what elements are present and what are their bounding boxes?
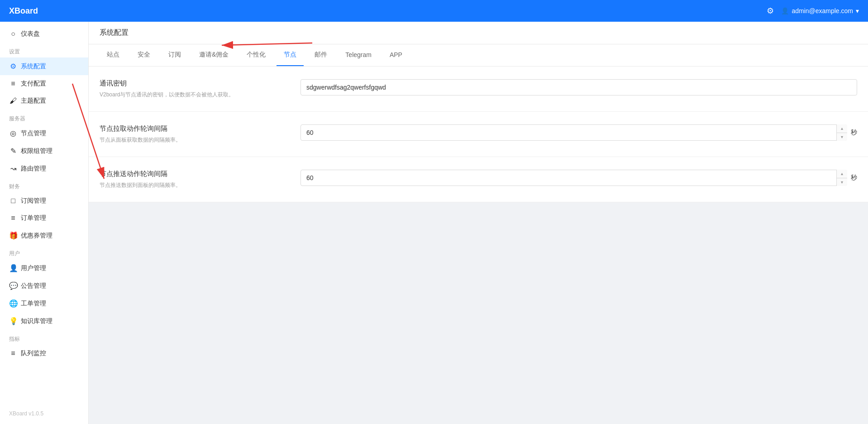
sidebar-section-settings: 设置 — [0, 43, 88, 57]
tab-personalization[interactable]: 个性化 — [239, 44, 273, 66]
sidebar-item-coupon-manage[interactable]: 🎁 优惠券管理 — [0, 227, 88, 244]
payment-config-icon: ≡ — [9, 80, 17, 88]
section-left-node-push-interval: 节点推送动作轮询间隔 节点推送数据到面板的间隔频率。 — [100, 170, 290, 189]
settings-icon[interactable]: ⚙ — [767, 6, 774, 16]
sidebar-label-dashboard: 仪表盘 — [21, 30, 40, 38]
sidebar-label-user-manage: 用户管理 — [21, 264, 46, 272]
section-left-communication-key: 通讯密钥 V2board与节点通讯的密钥，以便数据不会被他人获取。 — [100, 79, 290, 99]
node-push-interval-increment[interactable]: ▴ — [837, 170, 847, 178]
node-pull-interval-wrapper: ▴ ▾ — [300, 124, 847, 141]
node-pull-interval-increment[interactable]: ▴ — [837, 124, 847, 133]
knowledge-manage-icon: 💡 — [9, 317, 17, 325]
sidebar-item-node-manage[interactable]: ◎ 节点管理 — [0, 124, 88, 142]
tab-bar: 站点 安全 订阅 邀请&佣金 个性化 节点 邮件 Telegram APP — [89, 44, 868, 67]
sidebar-item-order-manage[interactable]: ≡ 订单管理 — [0, 210, 88, 227]
coupon-manage-icon: 🎁 — [9, 231, 17, 240]
sidebar-label-theme-config: 主题配置 — [21, 97, 46, 105]
sidebar-item-route-manage[interactable]: ↝ 路由管理 — [0, 160, 88, 177]
section-left-node-pull-interval: 节点拉取动作轮询间隔 节点从面板获取数据的间隔频率。 — [100, 124, 290, 144]
sidebar-label-subscription-manage: 订阅管理 — [21, 197, 46, 205]
tab-security[interactable]: 安全 — [130, 44, 157, 66]
sidebar-label-coupon-manage: 优惠券管理 — [21, 232, 52, 240]
sidebar-label-ticket-manage: 工单管理 — [21, 300, 46, 308]
tab-mail[interactable]: 邮件 — [307, 44, 334, 66]
section-right-node-pull-interval: ▴ ▾ 秒 — [300, 124, 857, 141]
sidebar-item-permission-group[interactable]: ✎ 权限组管理 — [0, 142, 88, 160]
chevron-down-icon: ▾ — [856, 7, 859, 14]
order-manage-icon: ≡ — [9, 214, 17, 222]
sidebar-label-permission-group: 权限组管理 — [21, 147, 52, 155]
route-manage-icon: ↝ — [9, 164, 17, 173]
node-pull-interval-spinner: ▴ ▾ — [836, 124, 847, 141]
tab-site[interactable]: 站点 — [100, 44, 127, 66]
form-section-node-pull-interval: 节点拉取动作轮询间隔 节点从面板获取数据的间隔频率。 ▴ ▾ 秒 — [89, 112, 868, 157]
system-config-icon: ⚙ — [9, 62, 17, 71]
content-inner: 站点 安全 订阅 邀请&佣金 个性化 节点 邮件 Telegram APP 通讯… — [89, 44, 868, 202]
sidebar-item-knowledge-manage[interactable]: 💡 知识库管理 — [0, 312, 88, 330]
user-manage-icon: 👤 — [9, 264, 17, 272]
sidebar-item-payment-config[interactable]: ≡ 支付配置 — [0, 75, 88, 92]
user-menu[interactable]: 👤 admin@example.com ▾ — [781, 7, 859, 14]
sidebar-section-finance: 财务 — [0, 177, 88, 192]
theme-config-icon: 🖌 — [9, 97, 17, 105]
sidebar-item-theme-config[interactable]: 🖌 主题配置 — [0, 92, 88, 110]
node-pull-interval-unit: 秒 — [851, 129, 857, 137]
sidebar-item-dashboard[interactable]: ○ 仪表盘 — [0, 25, 88, 43]
header-right: ⚙ 👤 admin@example.com ▾ — [767, 6, 859, 16]
sidebar-section-metrics: 指标 — [0, 330, 88, 345]
node-push-interval-decrement[interactable]: ▾ — [837, 178, 847, 186]
sidebar-label-knowledge-manage: 知识库管理 — [21, 317, 52, 325]
dashboard-icon: ○ — [9, 30, 17, 38]
sidebar-section-server: 服务器 — [0, 110, 88, 124]
sidebar-item-queue-monitor[interactable]: ≡ 队列监控 — [0, 345, 88, 362]
sidebar-label-node-manage: 节点管理 — [21, 129, 46, 138]
permission-group-icon: ✎ — [9, 147, 17, 155]
sidebar-label-payment-config: 支付配置 — [21, 80, 46, 88]
sidebar-section-user: 用户 — [0, 244, 88, 259]
section-right-node-push-interval: ▴ ▾ 秒 — [300, 170, 857, 186]
sidebar-label-queue-monitor: 队列监控 — [21, 349, 46, 357]
tab-node[interactable]: 节点 — [277, 44, 304, 66]
sidebar-item-user-manage[interactable]: 👤 用户管理 — [0, 259, 88, 277]
tab-telegram[interactable]: Telegram — [338, 45, 379, 66]
user-email: admin@example.com — [792, 7, 853, 14]
announcement-manage-icon: 💬 — [9, 281, 17, 290]
queue-monitor-icon: ≡ — [9, 349, 17, 357]
sidebar-label-announcement-manage: 公告管理 — [21, 282, 46, 290]
section-desc-communication-key: V2board与节点通讯的密钥，以便数据不会被他人获取。 — [100, 91, 290, 99]
sidebar: ○ 仪表盘 设置 ⚙ 系统配置 ≡ 支付配置 🖌 主题配置 服务器 ◎ 节点管理… — [0, 22, 89, 424]
node-push-interval-input[interactable] — [300, 170, 847, 186]
tab-invite-commission[interactable]: 邀请&佣金 — [192, 44, 236, 66]
app-version: XBoard v1.0.5 — [0, 407, 52, 420]
sidebar-item-system-config[interactable]: ⚙ 系统配置 — [0, 57, 88, 75]
sidebar-item-subscription-manage[interactable]: □ 订阅管理 — [0, 192, 88, 210]
sidebar-label-route-manage: 路由管理 — [21, 165, 46, 173]
app-logo: XBoard — [9, 6, 38, 16]
content-area: 站点 安全 订阅 邀请&佣金 个性化 节点 邮件 Telegram APP 通讯… — [89, 44, 868, 424]
desc-part1: V2board与节点通讯的密钥，以便数据不会被他人获取。 — [100, 91, 234, 98]
node-manage-icon: ◎ — [9, 129, 17, 138]
tab-app[interactable]: APP — [382, 45, 410, 66]
node-push-interval-spinner: ▴ ▾ — [836, 170, 847, 186]
form-section-communication-key: 通讯密钥 V2board与节点通讯的密钥，以便数据不会被他人获取。 — [89, 67, 868, 112]
form-section-node-push-interval: 节点推送动作轮询间隔 节点推送数据到面板的间隔频率。 ▴ ▾ 秒 — [89, 157, 868, 202]
section-title-node-push-interval: 节点推送动作轮询间隔 — [100, 170, 290, 178]
sidebar-item-ticket-manage[interactable]: 🌐 工单管理 — [0, 295, 88, 312]
node-pull-interval-decrement[interactable]: ▾ — [837, 133, 847, 141]
sidebar-item-announcement-manage[interactable]: 💬 公告管理 — [0, 277, 88, 295]
section-right-communication-key — [300, 79, 857, 95]
communication-key-input[interactable] — [300, 79, 857, 95]
section-desc-node-pull-interval: 节点从面板获取数据的间隔频率。 — [100, 136, 290, 144]
tab-subscription[interactable]: 订阅 — [161, 44, 188, 66]
sidebar-label-order-manage: 订单管理 — [21, 214, 46, 222]
node-push-interval-unit: 秒 — [851, 174, 857, 182]
section-title-communication-key: 通讯密钥 — [100, 79, 290, 88]
page-title: 系统配置 — [89, 22, 868, 44]
node-pull-interval-input[interactable] — [300, 124, 847, 141]
main-area: 系统配置 站点 安全 订阅 邀请&佣金 个性化 节点 邮件 Telegram A… — [89, 22, 868, 424]
ticket-manage-icon: 🌐 — [9, 299, 17, 308]
user-icon: 👤 — [781, 7, 789, 14]
app-header: XBoard ⚙ 👤 admin@example.com ▾ — [0, 0, 868, 22]
section-title-node-pull-interval: 节点拉取动作轮询间隔 — [100, 124, 290, 133]
node-push-interval-wrapper: ▴ ▾ — [300, 170, 847, 186]
